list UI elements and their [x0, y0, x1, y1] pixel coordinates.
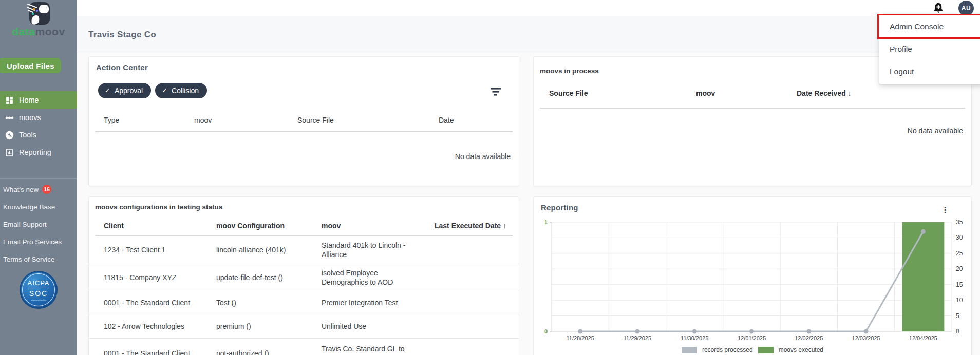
datamoov-logo-icon — [27, 1, 50, 27]
svg-text:5: 5 — [956, 312, 959, 320]
cell-moov: Standard 401k to Lincoln - Alliance — [322, 241, 414, 259]
empty-state-text: No data available — [908, 127, 963, 135]
table-header-divider — [95, 131, 513, 132]
cell-configuration: not-authorized () — [216, 349, 316, 355]
sort-desc-icon: ↓ — [848, 89, 852, 97]
logo-wordmark: datamoov — [0, 27, 77, 37]
col-moov-configuration: moov Configuration — [216, 222, 285, 230]
sort-asc-icon: ↑ — [503, 222, 506, 230]
reporting-chart: 100510152025303511/28/202511/29/202511/3… — [534, 197, 971, 355]
user-avatar[interactable]: AU — [958, 1, 974, 16]
link-terms-of-service[interactable]: Terms of Service — [0, 250, 77, 268]
table-header-divider — [540, 108, 965, 109]
sidebar-nav: Home moovs Tools Reporting — [0, 91, 77, 161]
chart-legend: records processed moovs executed — [534, 346, 971, 353]
cell-client: 102 - Arrow Technologies — [104, 322, 209, 331]
cell-configuration: Test () — [216, 298, 316, 307]
col-moov: moov — [194, 116, 212, 124]
cell-configuration: lincoln-alliance (401k) — [216, 245, 316, 254]
cell-configuration: update-file-def-test () — [216, 273, 316, 282]
bar-chart-icon — [5, 148, 14, 157]
filter-icon[interactable] — [489, 87, 502, 98]
col-label: Last Executed Date — [435, 222, 501, 230]
legend-swatch-records — [682, 347, 697, 353]
link-label: What's new — [3, 186, 39, 193]
aicpa-soc-seal-inner: AICPA SOC aicpa.org/soc4so — [22, 273, 55, 306]
link-email-support[interactable]: Email Support — [0, 215, 77, 233]
dashboard-icon — [5, 96, 14, 105]
dots-flow-icon — [5, 113, 14, 122]
chip-approval[interactable]: ✓ Approval — [98, 83, 151, 98]
legend-label-records: records processed — [702, 346, 753, 353]
cell-moov: Unlimited Use — [322, 322, 414, 331]
svg-text:12/01/2025: 12/01/2025 — [738, 335, 766, 341]
sidebar-divider — [0, 178, 77, 179]
link-email-pro-services[interactable]: Email Pro Services — [0, 233, 77, 250]
col-date: Date — [439, 116, 454, 124]
svg-text:1: 1 — [544, 219, 548, 225]
chip-label: Collision — [172, 87, 199, 95]
menu-item-profile[interactable]: Profile — [879, 38, 980, 61]
check-icon: ✓ — [105, 87, 110, 94]
page-header: Travis Stage Co — [77, 16, 980, 53]
link-whats-new[interactable]: What's new 16 — [0, 181, 77, 198]
link-label: Terms of Service — [3, 255, 55, 263]
sidebar-links: What's new 16 Knowledge Base Email Suppo… — [0, 181, 77, 268]
table-row[interactable]: 0001 - The Standard Client Test () Premi… — [89, 291, 519, 314]
table-row[interactable]: 102 - Arrow Technologies premium () Unli… — [89, 314, 519, 339]
cell-moov: isolved Employee Demographics to AOD — [322, 268, 414, 287]
svg-text:25: 25 — [956, 250, 963, 257]
seal-text-aicpa: AICPA — [27, 279, 49, 287]
col-source-file: Source File — [549, 89, 588, 97]
svg-text:35: 35 — [956, 219, 963, 226]
aicpa-soc-seal: AICPA SOC aicpa.org/soc4so — [20, 271, 58, 309]
sidebar-item-home[interactable]: Home — [0, 91, 77, 109]
seal-text-url: aicpa.org/soc4so — [31, 299, 46, 301]
table-row[interactable]: 1234 - Test Client 1 lincoln-alliance (4… — [89, 236, 519, 264]
link-knowledge-base[interactable]: Knowledge Base — [0, 198, 77, 215]
svg-text:12/02/2025: 12/02/2025 — [795, 335, 823, 341]
cell-client: 0001 - The Standard Client — [104, 298, 209, 307]
notifications-bell-icon[interactable] — [932, 2, 945, 16]
svg-text:11/29/2025: 11/29/2025 — [624, 335, 651, 341]
col-date-received-sort[interactable]: Date Received ↓ — [797, 89, 852, 97]
filter-chips: ✓ Approval ✓ Collision — [98, 83, 207, 98]
col-type: Type — [104, 116, 119, 124]
menu-item-logout[interactable]: Logout — [879, 61, 980, 83]
col-label: Date Received — [797, 89, 846, 97]
sidebar-item-moovs[interactable]: moovs — [0, 109, 77, 126]
sidebar-item-reporting[interactable]: Reporting — [0, 144, 77, 161]
upload-files-button[interactable]: Upload Files — [0, 58, 61, 73]
sidebar-item-tools[interactable]: Tools — [0, 126, 77, 144]
svg-text:12/04/2025: 12/04/2025 — [909, 335, 937, 341]
configs-testing-card: moovs configurations in testing status C… — [88, 196, 519, 355]
svg-text:15: 15 — [956, 281, 963, 288]
svg-text:20: 20 — [956, 265, 963, 272]
seal-text-soc: SOC — [29, 289, 48, 298]
svg-text:0: 0 — [544, 328, 548, 334]
card-title: Action Center — [96, 63, 148, 72]
menu-item-admin-console[interactable]: Admin Console — [879, 15, 980, 38]
cell-moov: Premier Integration Test — [322, 298, 414, 307]
cell-client: 0001 - The Standard Client — [104, 349, 209, 355]
seal-divider — [28, 288, 49, 288]
table-row[interactable]: 0001 - The Standard Client not-authorize… — [89, 339, 519, 355]
legend-swatch-moovs — [758, 347, 774, 353]
sidebar-item-label: moovs — [19, 113, 41, 122]
notification-count-badge: 16 — [42, 185, 51, 194]
card-title: moovs configurations in testing status — [95, 203, 222, 211]
chip-collision[interactable]: ✓ Collision — [155, 83, 207, 98]
link-label: Knowledge Base — [3, 203, 55, 211]
sidebar-item-label: Tools — [19, 131, 36, 139]
sidebar: datamoov Upload Files Home moovs Tools R… — [0, 0, 77, 355]
card-title: moovs in process — [540, 67, 599, 75]
top-strip — [77, 0, 980, 16]
col-last-executed-sort[interactable]: Last Executed Date ↑ — [435, 222, 506, 230]
table-row[interactable]: 11815 - Company XYZ update-file-def-test… — [89, 264, 519, 291]
wrench-icon — [5, 131, 14, 140]
company-title: Travis Stage Co — [88, 16, 156, 53]
svg-text:30: 30 — [956, 234, 963, 241]
sidebar-item-label: Home — [19, 96, 39, 104]
app-logo[interactable]: datamoov — [0, 0, 77, 37]
svg-text:12/03/2025: 12/03/2025 — [852, 335, 880, 341]
